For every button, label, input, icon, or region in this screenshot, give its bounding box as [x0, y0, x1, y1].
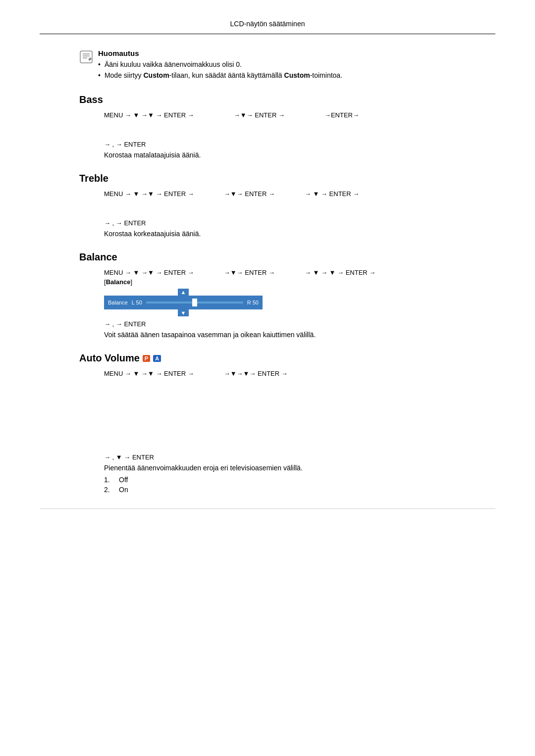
note-bullet-2: Mode siirtyy Custom-tilaan, kun säädät ä…	[98, 71, 342, 79]
auto-volume-title-row: Auto Volume P A	[79, 353, 495, 364]
bottom-divider	[40, 508, 495, 509]
balance-title: Balance	[79, 252, 495, 263]
badge-p: P	[143, 355, 150, 362]
balance-down-arrow: ▼	[104, 309, 263, 316]
balance-section: Balance MENU → ▼ →▼ → ENTER → →▼→ ENTER …	[40, 252, 495, 339]
balance-left-label: Balance	[108, 300, 128, 305]
list-label-on: On	[119, 486, 128, 494]
note-icon	[79, 50, 93, 65]
auto-volume-list: 1. Off 2. On	[104, 476, 495, 494]
bass-section: Bass MENU → ▼ →▼ → ENTER → →▼→ ENTER → →…	[40, 94, 495, 159]
balance-track	[146, 302, 243, 303]
balance-description: Voit säätää äänen tasapainoa vasemman ja…	[104, 331, 495, 339]
bass-description: Korostaa matalataajuisia ääniä.	[104, 151, 495, 159]
balance-up-arrow: ▲	[104, 289, 263, 296]
balance-l-value: L 50	[132, 300, 142, 305]
balance-r-value: R 50	[247, 300, 259, 305]
auto-volume-section: Auto Volume P A MENU → ▼ →▼ → ENTER → →▼…	[40, 353, 495, 494]
page-title: LCD-näytön säätäminen	[230, 20, 305, 28]
note-label: Huomautus	[98, 49, 342, 57]
balance-thumb	[192, 299, 197, 306]
page-container: LCD-näytön säätäminen Huomautus Ääni kuu	[0, 0, 535, 529]
auto-volume-description: Pienentää äänenvoimakkuuden eroja eri te…	[104, 464, 495, 472]
treble-menu-path: MENU → ▼ →▼ → ENTER → →▼→ ENTER → → ▼ → …	[104, 190, 495, 198]
bass-image-placeholder	[104, 121, 495, 141]
balance-slider: Balance L 50 R 50	[104, 296, 263, 309]
bass-title: Bass	[79, 94, 495, 105]
bass-menu-path: MENU → ▼ →▼ → ENTER → →▼→ ENTER → →ENTER…	[104, 111, 495, 119]
svg-rect-0	[80, 51, 92, 63]
auto-volume-menu-path: MENU → ▼ →▼ → ENTER → →▼→▼→ ENTER →	[104, 370, 495, 377]
auto-volume-body: MENU → ▼ →▼ → ENTER → →▼→▼→ ENTER → → , …	[104, 370, 495, 494]
list-num-2: 2.	[104, 486, 114, 494]
auto-volume-list-item-2: 2. On	[104, 486, 495, 494]
bass-body: MENU → ▼ →▼ → ENTER → →▼→ ENTER → →ENTER…	[104, 111, 495, 159]
auto-volume-list-item-1: 1. Off	[104, 476, 495, 484]
note-block: Huomautus Ääni kuuluu vaikka äänenvoimak…	[79, 49, 495, 82]
treble-body: MENU → ▼ →▼ → ENTER → →▼→ ENTER → → ▼ → …	[104, 190, 495, 238]
balance-sub-path: → , → ENTER	[104, 320, 495, 328]
auto-volume-sub-path: → , ▼ → ENTER	[104, 454, 495, 461]
page-header: LCD-näytön säätäminen	[40, 20, 495, 34]
balance-bracket: [Balance]	[104, 278, 495, 286]
note-bullet-1: Ääni kuuluu vaikka äänenvoimakkuus olisi…	[98, 60, 342, 68]
list-num-1: 1.	[104, 476, 114, 484]
balance-menu-path: MENU → ▼ →▼ → ENTER → →▼→ ENTER → → ▼ → …	[104, 269, 495, 276]
note-content: Huomautus Ääni kuuluu vaikka äänenvoimak…	[98, 49, 342, 82]
treble-sub-path: → , → ENTER	[104, 219, 495, 227]
balance-body: MENU → ▼ →▼ → ENTER → →▼→ ENTER → → ▼ → …	[104, 269, 495, 339]
note-bullets-list: Ääni kuuluu vaikka äänenvoimakkuus olisi…	[98, 60, 342, 79]
treble-title: Treble	[79, 173, 495, 184]
badge-a: A	[153, 355, 161, 362]
list-label-off: Off	[119, 476, 128, 484]
treble-section: Treble MENU → ▼ →▼ → ENTER → →▼→ ENTER →…	[40, 173, 495, 238]
auto-volume-image-area	[104, 379, 495, 454]
treble-image-placeholder	[104, 200, 495, 219]
auto-volume-label: Auto Volume	[79, 353, 140, 364]
balance-slider-widget: ▲ Balance L 50 R 50 ▼	[104, 289, 495, 316]
treble-description: Korostaa korkeataajuisia ääniä.	[104, 230, 495, 238]
bass-sub-path: → , → ENTER	[104, 141, 495, 148]
